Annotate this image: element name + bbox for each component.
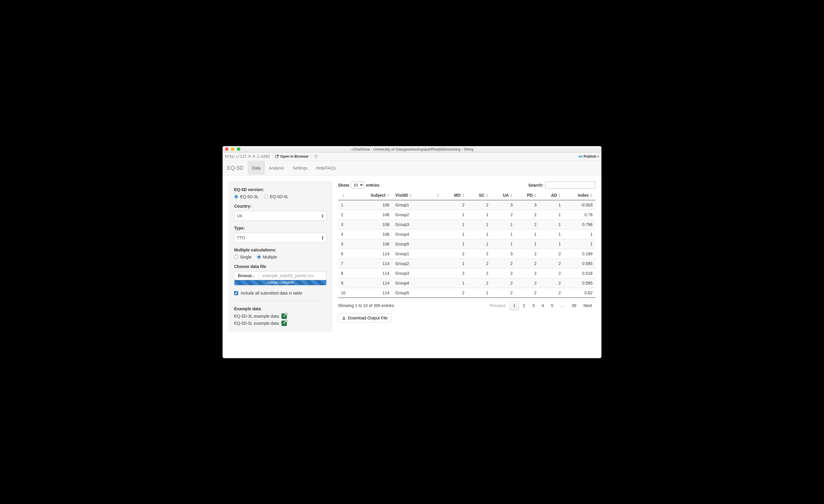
table-cell: 1 <box>516 239 539 249</box>
app-window: ~/OneDrive - University of Glasgow/works… <box>223 146 601 358</box>
table-cell: 1 <box>516 229 539 239</box>
table-cell: 4 <box>338 229 354 239</box>
sort-icon: ▲▼ <box>590 194 593 198</box>
multi-radio[interactable] <box>234 255 238 259</box>
close-icon[interactable] <box>225 147 228 151</box>
multi-option-multiple[interactable]: Multiple <box>257 255 277 259</box>
column-header[interactable]: VisitID▲▼ <box>393 191 427 200</box>
table-cell: 108 <box>354 239 393 249</box>
column-header[interactable]: UA▲▼ <box>491 191 516 200</box>
column-header[interactable]: PD▲▼ <box>516 191 539 200</box>
pagination-page[interactable]: 3 <box>529 301 538 310</box>
download-button[interactable]: Download Output File <box>338 313 392 323</box>
pagination-next[interactable]: Next <box>580 301 596 310</box>
search-label: Search: <box>528 183 543 187</box>
table-cell: 1 <box>539 220 564 229</box>
table-cell: 114 <box>354 268 393 278</box>
type-select[interactable]: TTO <box>234 233 326 243</box>
table-cell: 10 <box>338 288 354 297</box>
chevron-down-icon: ▾ <box>598 155 599 158</box>
table-cell: 0.62 <box>564 288 596 297</box>
table-info: Showing 1 to 10 of 390 entries <box>338 303 394 308</box>
table-cell: 2 <box>491 258 516 268</box>
table-cell: 108 <box>354 220 393 229</box>
version-radio[interactable] <box>264 195 268 199</box>
table-row: 10114Group5212220.62 <box>338 288 596 297</box>
pagination-page[interactable]: 39 <box>568 301 580 310</box>
include-data-checkbox[interactable] <box>234 291 238 295</box>
nav-tabs: DataAnalysisSettingsHelp/FAQs <box>248 161 340 175</box>
version-option-eq-5d-3l[interactable]: EQ-5D-3L <box>234 194 259 199</box>
excel-icon[interactable]: X <box>282 321 287 326</box>
column-header[interactable]: MO▲▼ <box>442 191 468 200</box>
download-label: Download Output File <box>348 316 388 320</box>
tab-analysis[interactable]: Analysis <box>265 161 289 175</box>
table-cell: 2 <box>516 268 539 278</box>
search-input[interactable] <box>545 181 596 189</box>
multi-label: Multiple <box>263 255 277 259</box>
column-header[interactable]: ▲▼ <box>427 191 442 200</box>
column-header[interactable]: SC▲▼ <box>468 191 491 200</box>
table-cell: 2 <box>516 278 539 288</box>
download-icon <box>342 316 346 320</box>
column-header[interactable]: Subject▲▼ <box>354 191 393 200</box>
table-cell: 5 <box>338 239 354 249</box>
table-cell: 108 <box>354 210 393 220</box>
upload-progress: Upload complete <box>234 280 326 285</box>
sort-icon: ▲▼ <box>436 194 439 198</box>
tab-data[interactable]: Data <box>248 161 265 175</box>
pagination-page[interactable]: 2 <box>519 301 529 310</box>
sort-icon: ▲▼ <box>510 194 513 198</box>
tab-help-faqs[interactable]: Help/FAQs <box>312 161 340 175</box>
pagination-page[interactable]: 5 <box>547 301 557 310</box>
column-header[interactable]: ▲▼ <box>338 191 354 200</box>
table-row: 2108Group2112210.76 <box>338 210 596 220</box>
pagination-page[interactable]: 1 <box>509 301 519 310</box>
reload-icon[interactable] <box>314 154 318 158</box>
table-cell: 1 <box>491 239 516 249</box>
divider <box>311 154 311 159</box>
version-option-eq-5d-5l[interactable]: EQ-5D-5L <box>264 194 289 199</box>
column-header[interactable]: AD▲▼ <box>539 191 564 200</box>
column-header[interactable]: Index▲▼ <box>564 191 596 200</box>
browse-button[interactable]: Browse... <box>234 271 259 280</box>
sort-icon: ▲▼ <box>409 194 412 198</box>
table-cell: Group5 <box>393 288 427 297</box>
minimize-icon[interactable] <box>231 147 234 151</box>
multi-option-single[interactable]: Single <box>234 255 251 259</box>
table-cell: 1 <box>442 210 468 220</box>
publish-button[interactable]: Publish ▾ <box>578 154 599 158</box>
country-label: Country: <box>234 204 326 209</box>
page-size-select[interactable]: 10 <box>351 181 364 188</box>
pagination-page[interactable]: 4 <box>538 301 547 310</box>
country-select[interactable]: UK <box>234 211 326 221</box>
table-row: 9114Group4122220.585 <box>338 278 596 288</box>
table-cell: 1 <box>539 210 564 220</box>
content: EQ-5D version: EQ-5D-3LEQ-5D-5L Country:… <box>223 176 601 338</box>
open-in-browser-button[interactable]: Open in Browser <box>275 154 309 158</box>
tab-settings[interactable]: Settings <box>289 161 312 175</box>
table-cell: 2 <box>491 268 516 278</box>
window-title: ~/OneDrive - University of Glasgow/works… <box>223 147 601 151</box>
url-display: http://127.0.0.1:6202 <box>225 154 270 158</box>
table-cell <box>427 229 442 239</box>
table-cell: 2 <box>442 268 468 278</box>
excel-icon[interactable]: X <box>282 313 287 319</box>
table-cell: 7 <box>338 258 354 268</box>
svg-point-1 <box>579 155 580 157</box>
maximize-icon[interactable] <box>237 147 240 151</box>
app-brand: EQ-5D <box>227 165 248 171</box>
table-cell: Group2 <box>393 210 427 220</box>
multi-radio[interactable] <box>257 255 261 259</box>
table-cell: 2 <box>516 210 539 220</box>
table-cell: 3 <box>491 249 516 258</box>
version-label: EQ-5D-5L <box>270 194 289 199</box>
version-radio[interactable] <box>234 195 238 199</box>
file-label: Choose data file <box>234 264 326 269</box>
table-cell: Group1 <box>393 249 427 258</box>
example-5l-label: EQ-5D-5L example data: <box>234 321 280 326</box>
multi-label: Single <box>240 255 251 259</box>
publish-icon <box>578 154 583 158</box>
pagination-previous[interactable]: Previous <box>486 301 509 310</box>
table-cell: 114 <box>354 258 393 268</box>
